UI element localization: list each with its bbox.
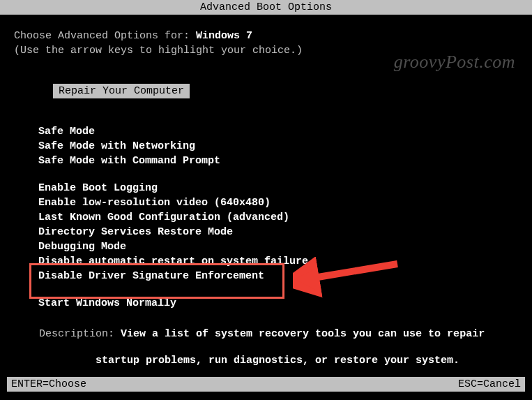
title-bar: Advanced Boot Options <box>0 0 532 15</box>
option-debugging-mode[interactable]: Debugging Mode <box>38 241 518 253</box>
footer-enter: ENTER=Choose <box>11 378 86 390</box>
option-last-known-good-config[interactable]: Last Known Good Configuration (advanced) <box>38 212 518 223</box>
prompt-prefix: Choose Advanced Options for: <box>14 30 196 42</box>
description-label: Description: <box>39 328 121 340</box>
footer-esc: ESC=Cancel <box>458 378 521 390</box>
option-low-res-video[interactable]: Enable low-resolution video (640x480) <box>38 197 518 209</box>
option-disable-auto-restart[interactable]: Disable automatic restart on system fail… <box>38 255 518 267</box>
choose-prompt: Choose Advanced Options for: Windows 7 <box>14 30 518 42</box>
description-block: Description: View a list of system recov… <box>14 316 518 352</box>
os-name: Windows 7 <box>196 30 252 42</box>
option-directory-services-restore[interactable]: Directory Services Restore Mode <box>38 226 518 238</box>
option-start-windows-normally[interactable]: Start Windows Normally <box>38 297 518 309</box>
screen-title: Advanced Boot Options <box>200 1 332 13</box>
option-repair-your-computer[interactable]: Repair Your Computer <box>28 72 518 110</box>
option-safe-mode[interactable]: Safe Mode <box>38 126 518 138</box>
watermark-text: groovyPost.com <box>394 52 515 73</box>
option-disable-driver-signature[interactable]: Disable Driver Signature Enforcement <box>38 270 518 282</box>
option-safe-mode-networking[interactable]: Safe Mode with Networking <box>38 140 518 152</box>
option-enable-boot-logging[interactable]: Enable Boot Logging <box>38 182 518 194</box>
description-line2: startup problems, run diagnostics, or re… <box>96 355 459 366</box>
description-line2-wrap: startup problems, run diagnostics, or re… <box>14 355 518 366</box>
selected-option: Repair Your Computer <box>53 84 190 98</box>
description-line1: View a list of system recovery tools you… <box>121 328 485 340</box>
option-safe-mode-command-prompt[interactable]: Safe Mode with Command Prompt <box>38 155 518 167</box>
footer-bar: ENTER=Choose ESC=Cancel <box>7 377 525 392</box>
